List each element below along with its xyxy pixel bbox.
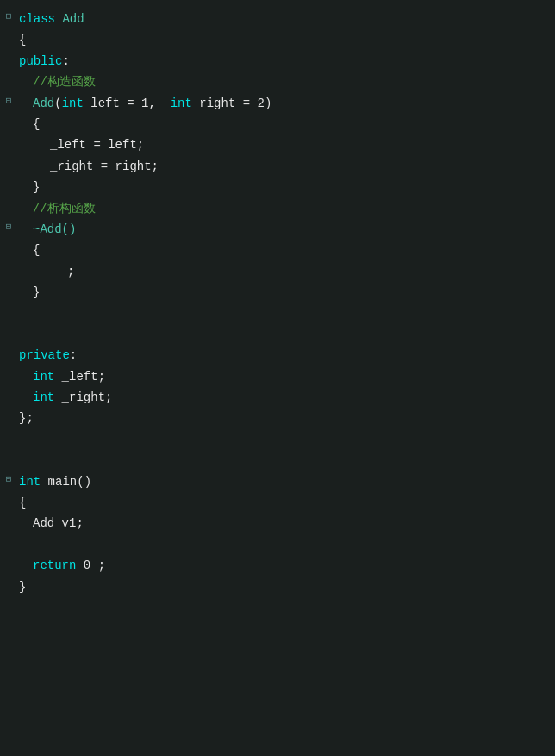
line-content-7: _left = left; (16, 135, 555, 154)
code-line-26 (0, 534, 555, 555)
code-line-9: } (0, 177, 555, 197)
line-content-17: private: (16, 346, 555, 365)
line-content-27: return 0 ; (16, 556, 555, 575)
code-line-12: { (0, 240, 555, 260)
line-content-22 (16, 451, 555, 470)
line-content-19: int _right; (16, 388, 555, 407)
line-content-6: { (16, 115, 555, 134)
code-line-13: ; (0, 261, 555, 282)
code-line-22 (0, 450, 555, 471)
line-content-23: int main() (16, 472, 555, 491)
line-content-28: } (16, 578, 555, 597)
line-content-3: public: (16, 52, 555, 71)
line-content-9: } (16, 178, 555, 197)
code-line-7: _left = left; (0, 134, 555, 155)
line-content-21 (16, 430, 555, 449)
code-line-15 (0, 303, 555, 323)
line-content-4: //构造函数 (16, 72, 555, 91)
line-content-2: { (16, 30, 555, 49)
code-line-23: ⊟ int main() (0, 472, 555, 492)
fold-icon-23[interactable]: ⊟ (0, 472, 16, 488)
line-content-24: { (16, 493, 555, 512)
code-line-28: } (0, 577, 555, 597)
line-content-26 (16, 535, 555, 554)
line-content-20: }; (16, 409, 555, 428)
line-content-12: { (16, 241, 555, 259)
line-content-5: Add(int left = 1, int right = 2) (16, 94, 555, 113)
code-line-6: { (0, 114, 555, 134)
code-line-2: { (0, 29, 555, 50)
line-content-14: } (16, 283, 555, 302)
line-content-13: ; (16, 262, 555, 281)
code-line-20: }; (0, 408, 555, 428)
code-line-14: } (0, 282, 555, 303)
fold-icon-1[interactable]: ⊟ (0, 9, 16, 25)
line-content-15 (16, 303, 555, 322)
code-line-8: _right = right; (0, 156, 555, 177)
fold-icon-5[interactable]: ⊟ (0, 94, 16, 109)
line-content-16 (16, 325, 555, 344)
code-line-5: ⊟ Add(int left = 1, int right = 2) (0, 93, 555, 114)
code-line-1: ⊟ class Add (0, 9, 555, 29)
line-content-10: //析构函数 (16, 199, 555, 218)
code-line-25: Add v1; (0, 513, 555, 534)
code-line-3: public: (0, 51, 555, 72)
line-content-11: ~Add() (16, 220, 555, 239)
line-content-1: class Add (16, 9, 555, 28)
code-line-4: //构造函数 (0, 72, 555, 92)
line-content-25: Add v1; (16, 514, 555, 533)
line-content-18: int _left; (16, 367, 555, 386)
code-line-18: int _left; (0, 366, 555, 387)
code-line-17: private: (0, 345, 555, 366)
fold-icon-11[interactable]: ⊟ (0, 220, 16, 235)
code-line-21 (0, 429, 555, 450)
line-content-8: _right = right; (16, 157, 555, 176)
code-line-27: return 0 ; (0, 555, 555, 576)
code-line-10: //析构函数 (0, 198, 555, 219)
code-line-19: int _right; (0, 387, 555, 408)
code-editor: ⊟ class Add { public: //构造函数 ⊟ Add(int l… (0, 0, 555, 756)
code-line-11: ⊟ ~Add() (0, 219, 555, 240)
code-line-24: { (0, 492, 555, 513)
code-line-16 (0, 324, 555, 345)
